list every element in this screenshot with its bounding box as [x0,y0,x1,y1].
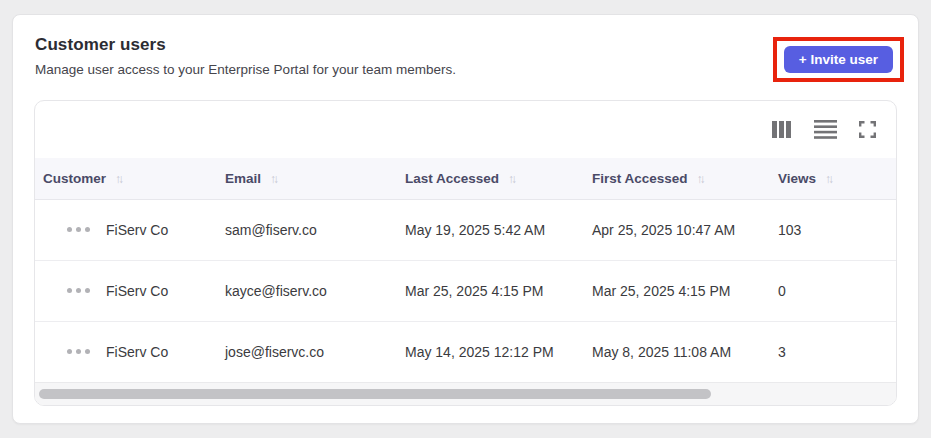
table-row[interactable]: FiServ Co kayce@fiserv.co Mar 25, 2025 4… [35,260,896,321]
column-header-first-accessed[interactable]: First Accessed↑↓ [584,158,770,199]
card-header: Customer users Manage user access to you… [13,15,918,82]
page-title: Customer users [35,35,456,55]
sort-icon[interactable]: ↑↓ [270,172,276,186]
row-actions-menu-icon[interactable] [64,223,93,236]
views-cell: 103 [770,199,896,260]
column-header-label: Last Accessed [405,171,499,186]
customer-cell: FiServ Co [106,283,168,299]
customer-users-table: Customer↑↓ Email↑↓ Last Accessed↑↓ First… [35,158,896,382]
title-block: Customer users Manage user access to you… [35,35,456,77]
column-header-label: Customer [43,171,106,186]
data-table-container: Customer↑↓ Email↑↓ Last Accessed↑↓ First… [34,100,897,406]
columns-icon[interactable] [772,121,792,138]
first-accessed-cell: Mar 25, 2025 4:15 PM [584,260,770,321]
row-density-icon[interactable] [814,120,837,139]
column-header-label: First Accessed [592,171,688,186]
views-cell: 0 [770,260,896,321]
sort-icon[interactable]: ↑↓ [825,172,831,186]
table-row[interactable]: FiServ Co sam@fiserv.co May 19, 2025 5:4… [35,199,896,260]
table-row[interactable]: FiServ Co jose@fiservc.co May 14, 2025 1… [35,321,896,382]
last-accessed-cell: Mar 25, 2025 4:15 PM [397,260,584,321]
column-header-last-accessed[interactable]: Last Accessed↑↓ [397,158,584,199]
last-accessed-cell: May 14, 2025 12:12 PM [397,321,584,382]
last-accessed-cell: May 19, 2025 5:42 AM [397,199,584,260]
views-cell: 3 [770,321,896,382]
sort-icon[interactable]: ↑↓ [115,172,121,186]
row-actions-menu-icon[interactable] [64,284,93,297]
invite-user-button[interactable]: + Invite user [784,46,893,73]
horizontal-scrollbar-thumb[interactable] [39,389,711,399]
first-accessed-cell: Apr 25, 2025 10:47 AM [584,199,770,260]
column-header-label: Views [778,171,816,186]
customer-users-card: Customer users Manage user access to you… [12,14,919,424]
fullscreen-icon[interactable] [859,121,876,138]
page-subtitle: Manage user access to your Enterprise Po… [35,62,456,77]
column-header-customer[interactable]: Customer↑↓ [35,158,217,199]
table-toolbar [35,101,896,158]
sort-icon[interactable]: ↑↓ [508,172,514,186]
email-cell: kayce@fiserv.co [217,260,397,321]
customer-cell: FiServ Co [106,344,168,360]
column-header-email[interactable]: Email↑↓ [217,158,397,199]
customer-cell: FiServ Co [106,222,168,238]
first-accessed-cell: May 8, 2025 11:08 AM [584,321,770,382]
email-cell: jose@fiservc.co [217,321,397,382]
table-header-row: Customer↑↓ Email↑↓ Last Accessed↑↓ First… [35,158,896,199]
row-actions-menu-icon[interactable] [64,345,93,358]
highlight-annotation-box: + Invite user [773,37,904,82]
sort-icon[interactable]: ↑↓ [697,172,703,186]
column-header-views[interactable]: Views↑↓ [770,158,896,199]
column-header-label: Email [225,171,261,186]
email-cell: sam@fiserv.co [217,199,397,260]
horizontal-scrollbar-track[interactable] [35,382,896,405]
